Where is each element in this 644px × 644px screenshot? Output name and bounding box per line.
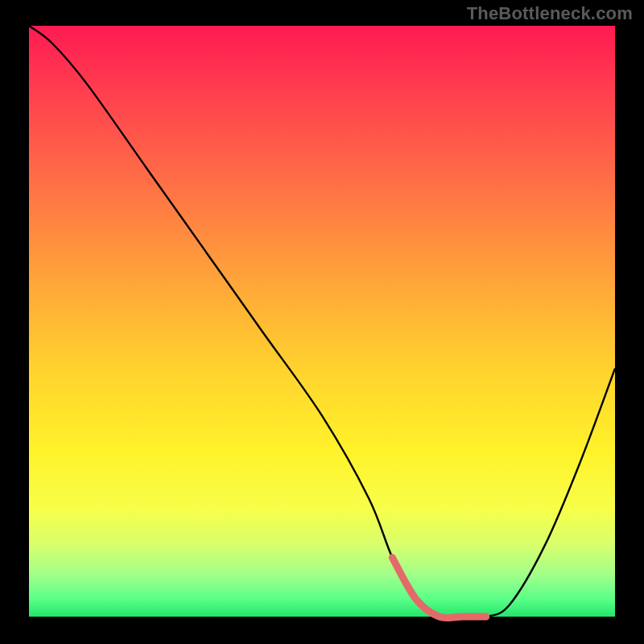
curve-svg: [29, 26, 615, 617]
chart-frame: TheBottleneck.com: [0, 0, 644, 644]
bottleneck-curve-highlight: [392, 558, 485, 618]
bottleneck-curve-path: [29, 26, 615, 618]
watermark-text: TheBottleneck.com: [467, 3, 633, 24]
plot-area: [29, 26, 615, 617]
